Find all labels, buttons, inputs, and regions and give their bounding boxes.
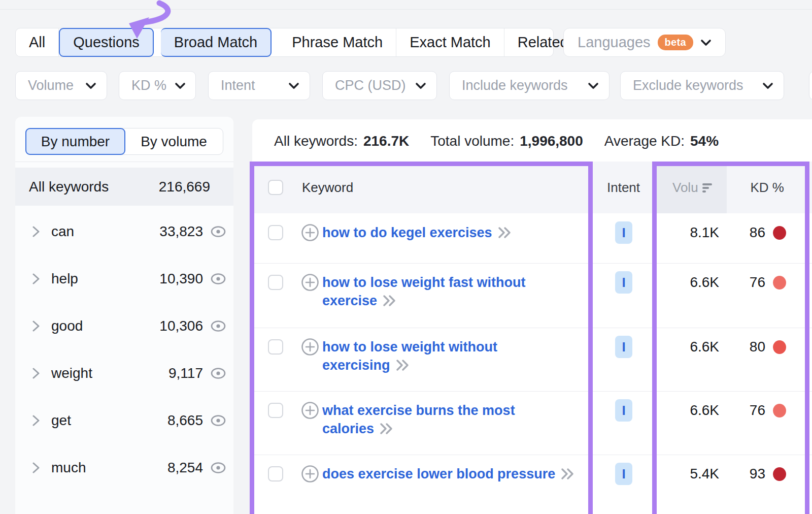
sidebar-group-help[interactable]: help 10,390 [15, 255, 233, 302]
circle-plus-icon[interactable] [301, 273, 319, 292]
kd-difficulty-dot [773, 276, 786, 290]
volume-value: 6.6K [648, 274, 719, 291]
row-checkbox[interactable] [268, 225, 283, 240]
group-label: much [51, 460, 167, 476]
tab-all[interactable]: All [16, 28, 59, 56]
all-keywords-label: All keywords [29, 179, 109, 195]
row-checkbox[interactable] [268, 403, 283, 418]
kd-value: 76 [709, 274, 765, 291]
intent-badge: I [615, 221, 632, 244]
double-chevron-icon[interactable] [560, 468, 576, 479]
sidebar-sort-toggle: By number By volume [25, 128, 223, 155]
row-checkbox[interactable] [268, 275, 283, 290]
keyword-cell: does exercise lower blood pressure [322, 465, 576, 483]
chevron-right-icon [32, 415, 40, 426]
filter-volume-label: Volume [28, 78, 74, 93]
chevron-down-icon [762, 82, 773, 89]
chevron-down-icon [588, 82, 599, 89]
stat-average-kd-value: 54% [690, 133, 719, 149]
filter-partial-button[interactable] [809, 71, 812, 100]
eye-icon[interactable] [210, 320, 226, 332]
filter-exclude-keywords[interactable]: Exclude keywords [620, 71, 784, 100]
stat-total-volume-value: 1,996,800 [520, 133, 583, 149]
column-header-kd[interactable]: KD % [733, 180, 784, 196]
eye-icon[interactable] [210, 226, 226, 238]
double-chevron-icon[interactable] [497, 227, 513, 238]
keyword-cell: how to do kegel exercises [322, 223, 513, 242]
group-label: can [51, 223, 159, 240]
keyword-link[interactable]: how to lose weight fast without exercise [322, 275, 525, 308]
tab-exact-match[interactable]: Exact Match [396, 28, 504, 56]
filter-kd-label: KD % [131, 78, 166, 93]
volume-value: 6.6K [648, 402, 719, 419]
chevron-down-icon [85, 82, 96, 89]
circle-plus-icon[interactable] [301, 465, 319, 483]
kd-value: 93 [709, 466, 765, 482]
table-row: how to lose weight without exercising I … [252, 328, 812, 391]
group-label: help [51, 271, 159, 287]
chevron-right-icon [32, 368, 40, 379]
keyword-cell: how to lose weight without exercising [322, 338, 561, 374]
keyword-link[interactable]: how to do kegel exercises [322, 225, 492, 240]
table-header: Keyword Intent Volu KD % [252, 162, 812, 213]
keyword-link[interactable]: what exercise burns the most calories [322, 403, 515, 436]
languages-dropdown[interactable]: Languages beta [563, 28, 726, 57]
keyword-cell: how to lose weight fast without exercise [322, 273, 561, 310]
eye-icon[interactable] [210, 367, 226, 379]
chevron-down-icon [288, 82, 299, 89]
circle-plus-icon[interactable] [301, 401, 319, 420]
sidebar-group-get[interactable]: get 8,665 [15, 397, 233, 444]
filter-kd[interactable]: KD % [119, 71, 196, 100]
sidebar-group-weight[interactable]: weight 9,117 [15, 349, 233, 397]
sidebar-all-keywords-row[interactable]: All keywords 216,669 [15, 168, 233, 206]
row-checkbox[interactable] [268, 339, 283, 355]
sidebar-group-can[interactable]: can 33,823 [15, 208, 233, 255]
eye-icon[interactable] [210, 273, 226, 285]
stat-all-keywords-value: 216.7K [363, 133, 409, 149]
row-checkbox[interactable] [268, 466, 283, 481]
filter-include-keywords[interactable]: Include keywords [449, 71, 610, 100]
languages-label: Languages [578, 34, 651, 51]
column-header-volume[interactable]: Volu [672, 180, 712, 196]
group-count: 8,665 [167, 412, 203, 429]
chevron-down-icon [175, 82, 186, 89]
keywords-table-card: All keywords:216.7K Total volume:1,996,8… [252, 119, 812, 514]
group-count: 10,390 [159, 271, 203, 287]
intent-badge: I [615, 399, 632, 422]
filter-intent[interactable]: Intent [208, 71, 310, 100]
double-chevron-icon[interactable] [395, 360, 411, 371]
summary-stats: All keywords:216.7K Total volume:1,996,8… [274, 133, 740, 149]
toggle-by-volume[interactable]: By volume [125, 128, 223, 154]
filter-cpc[interactable]: CPC (USD) [322, 71, 437, 100]
chevron-right-icon [32, 320, 40, 332]
circle-plus-icon[interactable] [301, 338, 319, 356]
volume-value: 8.1K [648, 224, 719, 241]
double-chevron-icon[interactable] [382, 295, 397, 306]
keyword-link[interactable]: does exercise lower blood pressure [322, 466, 555, 481]
beta-badge: beta [658, 35, 693, 50]
sidebar-group-good[interactable]: good 10,306 [15, 302, 233, 349]
match-type-tabs: All Questions Broad Match Phrase Match E… [15, 28, 554, 57]
stat-all-keywords-label: All keywords: [274, 133, 358, 149]
filter-intent-label: Intent [221, 78, 255, 93]
sidebar-group-much[interactable]: much 8,254 [15, 444, 233, 491]
double-chevron-icon[interactable] [379, 423, 394, 434]
circle-plus-icon[interactable] [301, 223, 319, 242]
column-header-keyword: Keyword [302, 180, 353, 196]
kd-difficulty-dot [773, 404, 786, 417]
keyword-groups-sidebar: By number By volume All keywords 216,669… [15, 117, 233, 514]
filter-volume[interactable]: Volume [15, 71, 107, 100]
group-count: 33,823 [159, 223, 203, 240]
annotation-arrow [122, 0, 183, 56]
kd-difficulty-dot [773, 340, 786, 354]
chevron-down-icon [700, 39, 712, 46]
select-all-checkbox[interactable] [268, 180, 283, 195]
eye-icon[interactable] [210, 414, 226, 427]
sort-desc-icon [702, 183, 712, 194]
kd-value: 76 [709, 402, 765, 419]
chevron-right-icon [32, 273, 40, 284]
eye-icon[interactable] [210, 462, 226, 474]
intent-badge: I [615, 271, 632, 294]
tab-phrase-match[interactable]: Phrase Match [279, 28, 396, 56]
toggle-by-number[interactable]: By number [25, 128, 125, 155]
